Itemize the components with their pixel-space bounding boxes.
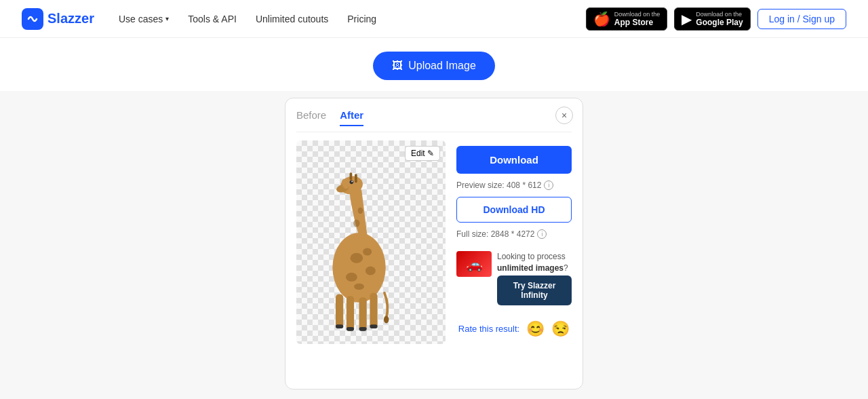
- upload-image-button[interactable]: 🖼 Upload Image: [373, 52, 495, 80]
- svg-point-4: [350, 180, 354, 185]
- google-play-icon: ▶: [682, 11, 692, 27]
- svg-rect-11: [370, 293, 377, 328]
- svg-point-22: [353, 219, 359, 227]
- tab-before[interactable]: Before: [296, 109, 326, 126]
- card-body: Edit ✎: [296, 140, 572, 344]
- svg-point-24: [384, 316, 389, 323]
- upload-bar: 🖼 Upload Image: [0, 38, 868, 91]
- chevron-down-icon: ▾: [165, 15, 169, 22]
- svg-point-20: [363, 248, 372, 255]
- svg-point-1: [332, 233, 385, 303]
- svg-point-17: [350, 253, 363, 263]
- svg-rect-15: [370, 324, 377, 328]
- happy-rating-button[interactable]: 😊: [526, 320, 545, 338]
- svg-rect-6: [355, 174, 357, 183]
- infinity-promo: 🚗 Looking to process unlimited images? T…: [456, 246, 572, 311]
- upload-icon: 🖼: [392, 60, 403, 72]
- login-button[interactable]: Log in / Sign up: [757, 9, 846, 29]
- tab-after[interactable]: After: [340, 109, 363, 126]
- rating-row: Rate this result: 😊 😒: [456, 320, 572, 338]
- edit-button[interactable]: Edit ✎: [405, 146, 440, 161]
- promo-thumbnail: 🚗: [456, 251, 492, 277]
- card-tabs: Before After: [296, 109, 572, 132]
- navbar: Slazzer Use cases ▾ Tools & API Unlimite…: [0, 0, 868, 38]
- navbar-right: 🍎 Download on the App Store ▶ Download o…: [586, 7, 846, 31]
- nav-unlimited-cutouts[interactable]: Unlimited cutouts: [256, 14, 328, 24]
- full-size-info-icon[interactable]: i: [537, 229, 547, 239]
- preview-info-icon[interactable]: i: [544, 180, 553, 190]
- svg-point-18: [366, 266, 376, 275]
- svg-rect-7: [350, 172, 353, 180]
- svg-point-21: [354, 284, 364, 290]
- svg-rect-9: [347, 296, 354, 330]
- download-button[interactable]: Download: [456, 146, 572, 174]
- logo-icon: [22, 8, 43, 30]
- full-size-info: Full size: 2848 * 4272 i: [456, 229, 572, 239]
- giraffe-image: [310, 147, 418, 337]
- svg-rect-12: [336, 294, 343, 328]
- rating-label: Rate this result:: [458, 324, 519, 334]
- nav-pricing[interactable]: Pricing: [347, 14, 376, 24]
- nav-tools-api[interactable]: Tools & API: [188, 14, 237, 24]
- svg-point-5: [351, 180, 353, 182]
- nav-use-cases[interactable]: Use cases ▾: [119, 14, 169, 24]
- google-play-button[interactable]: ▶ Download on the Google Play: [674, 7, 750, 31]
- footer-notice: Don't forget to download your files. The…: [0, 390, 868, 399]
- svg-rect-13: [347, 327, 354, 331]
- svg-rect-16: [336, 324, 343, 328]
- svg-rect-14: [359, 327, 367, 331]
- promo-car-icon: 🚗: [456, 251, 492, 277]
- logo-text: Slazzer: [47, 11, 94, 26]
- svg-point-23: [358, 208, 363, 214]
- close-button[interactable]: ×: [555, 107, 573, 124]
- logo[interactable]: Slazzer: [22, 8, 94, 30]
- app-store-button[interactable]: 🍎 Download on the App Store: [586, 7, 668, 31]
- svg-point-19: [346, 273, 357, 282]
- nav-links: Use cases ▾ Tools & API Unlimited cutout…: [119, 14, 586, 24]
- preview-size-info: Preview size: 408 * 612 i: [456, 180, 572, 190]
- try-infinity-button[interactable]: Try Slazzer Infinity: [497, 276, 572, 305]
- apple-icon: 🍎: [593, 11, 610, 27]
- main-content: Before After × Edit ✎: [0, 91, 868, 390]
- result-card: Before After × Edit ✎: [285, 98, 583, 390]
- sad-rating-button[interactable]: 😒: [551, 320, 570, 338]
- image-area: Edit ✎: [296, 140, 446, 344]
- svg-rect-10: [359, 297, 367, 330]
- right-panel: Download Preview size: 408 * 612 i Downl…: [456, 140, 572, 344]
- download-hd-button[interactable]: Download HD: [456, 197, 572, 223]
